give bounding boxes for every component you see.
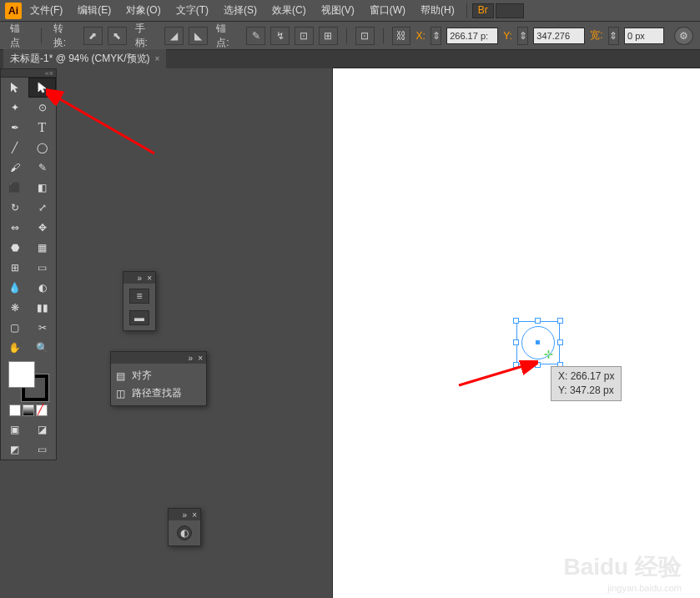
panel-close-icon[interactable]: × <box>192 510 197 520</box>
anchor-btn-3[interactable]: ⊡ <box>295 27 314 45</box>
fill-stroke-swatches[interactable] <box>8 361 48 401</box>
shape-builder-tool[interactable]: ⬣ <box>1 238 28 258</box>
blob-brush-tool[interactable]: ⬛ <box>1 178 28 198</box>
panel-header[interactable]: » × <box>123 272 155 284</box>
menu-object[interactable]: 对象(O) <box>119 3 167 18</box>
width-tool[interactable]: ⇔ <box>1 218 28 238</box>
anchor-btn-1[interactable]: ✎ <box>246 27 265 45</box>
panel-header[interactable]: » × <box>111 352 206 364</box>
transparency-panel-icon[interactable]: ◐ <box>177 525 192 540</box>
menu-help[interactable]: 帮助(H) <box>414 3 461 18</box>
align-panel-item[interactable]: ▤ 对齐 <box>111 367 206 384</box>
handle-top-left[interactable] <box>513 318 519 324</box>
w-stepper[interactable]: ⇕ <box>608 27 619 45</box>
document-tabs: 未标题-1* @ 94% (CMYK/预览) × <box>0 50 700 68</box>
screen-mode-button[interactable]: ▭ <box>28 440 56 460</box>
color-mode-none[interactable]: ╱ <box>36 405 48 416</box>
gradient-panel-icon[interactable]: ▬ <box>129 310 149 325</box>
artboard[interactable]: ⊹ <box>333 68 700 598</box>
separator <box>466 3 467 18</box>
artboard-tool[interactable]: ▢ <box>1 318 28 338</box>
bridge-icon[interactable]: Br <box>472 3 494 18</box>
eyedropper-tool[interactable]: 💧 <box>1 278 28 298</box>
handle-btn-1[interactable]: ◢ <box>164 27 184 45</box>
pen-tool[interactable]: ✒ <box>1 118 28 138</box>
pathfinder-panel-item[interactable]: ◫ 路径查找器 <box>111 384 206 402</box>
direct-selection-tool[interactable] <box>28 78 56 98</box>
ellipse-tool[interactable]: ◯ <box>28 138 56 158</box>
zoom-tool[interactable]: 🔍 <box>28 338 56 358</box>
handle-top[interactable] <box>535 318 541 324</box>
drawing-mode-behind[interactable]: ◪ <box>28 420 56 440</box>
menu-select[interactable]: 选择(S) <box>217 3 264 18</box>
line-tool[interactable]: ╱ <box>1 138 28 158</box>
anchor-btn-4[interactable]: ⊞ <box>319 27 338 45</box>
annotation-arrow-1 <box>46 87 163 162</box>
selected-object[interactable]: ⊹ <box>516 321 560 364</box>
stroke-panel-icon[interactable]: ≡ <box>129 289 149 304</box>
menu-file[interactable]: 文件(F) <box>23 3 69 18</box>
tool-grid: ✦ ⊙ ✒ T ╱ ◯ 🖌 ✎ ⬛ ◧ ↻ ⤢ ⇔ ✥ ⬣ ▦ ⊞ ▭ 💧 ◐ … <box>1 78 56 358</box>
panel-collapse-icon[interactable]: » <box>138 274 143 283</box>
rotate-tool[interactable]: ↻ <box>1 198 28 218</box>
handle-bottom-left[interactable] <box>513 362 519 368</box>
tab-close-icon[interactable]: × <box>155 54 160 63</box>
menu-type[interactable]: 文字(T) <box>169 3 215 18</box>
menu-edit[interactable]: 编辑(E) <box>71 3 118 18</box>
handle-right[interactable] <box>557 339 563 345</box>
selection-tool[interactable] <box>1 78 28 98</box>
smart-guide-indicator: ⊹ <box>544 348 553 360</box>
center-point <box>536 340 540 344</box>
isolate-button[interactable]: ⊡ <box>355 27 375 45</box>
menu-window[interactable]: 窗口(W) <box>363 3 412 18</box>
symbol-sprayer-tool[interactable]: ❋ <box>1 298 28 318</box>
pathfinder-icon: ◫ <box>116 388 125 400</box>
watermark-sub: jingyan.baidu.com <box>607 583 682 593</box>
drawing-mode-normal[interactable]: ▣ <box>1 420 28 440</box>
y-stepper[interactable]: ⇕ <box>517 27 528 45</box>
hand-tool[interactable]: ✋ <box>1 338 28 358</box>
blend-tool[interactable]: ◐ <box>28 278 56 298</box>
mesh-tool[interactable]: ⊞ <box>1 258 28 278</box>
convert-corner-button[interactable]: ⬈ <box>83 27 103 45</box>
x-stepper[interactable]: ⇕ <box>431 27 441 45</box>
pencil-tool[interactable]: ✎ <box>28 158 56 178</box>
handle-bottom[interactable] <box>535 362 541 368</box>
lasso-tool[interactable]: ⊙ <box>28 98 56 118</box>
w-input[interactable] <box>624 28 664 44</box>
column-graph-tool[interactable]: ▮▮ <box>28 298 56 318</box>
panel-header[interactable]: » × <box>169 509 200 520</box>
menu-view[interactable]: 视图(V) <box>315 3 361 18</box>
document-tab[interactable]: 未标题-1* @ 94% (CMYK/预览) × <box>3 48 166 68</box>
magic-wand-tool[interactable]: ✦ <box>1 98 28 118</box>
handle-left[interactable] <box>513 339 519 345</box>
separator <box>383 28 384 43</box>
paintbrush-tool[interactable]: 🖌 <box>1 158 28 178</box>
gear-icon[interactable]: ⚙ <box>674 27 693 45</box>
handle-btn-2[interactable]: ◣ <box>189 27 208 45</box>
panel-collapse-icon[interactable]: » <box>189 354 194 363</box>
anchor-btn-2[interactable]: ↯ <box>270 27 290 45</box>
x-input[interactable] <box>446 28 498 44</box>
y-input[interactable] <box>533 28 585 44</box>
slice-tool[interactable]: ✂ <box>28 318 56 338</box>
convert-smooth-button[interactable]: ⬉ <box>108 27 127 45</box>
link-icon[interactable]: ⛓ <box>392 27 411 45</box>
color-mode-gradient[interactable] <box>23 405 34 416</box>
perspective-tool[interactable]: ▦ <box>28 238 56 258</box>
type-tool[interactable]: T <box>28 118 56 138</box>
menu-effect[interactable]: 效果(C) <box>265 3 313 18</box>
arrange-icon[interactable] <box>496 3 524 18</box>
gradient-tool[interactable]: ▭ <box>28 258 56 278</box>
drawing-mode-inside[interactable]: ◩ <box>1 440 28 460</box>
fill-swatch[interactable] <box>8 361 35 388</box>
color-mode-solid[interactable] <box>9 405 21 416</box>
panel-collapse-icon[interactable]: » <box>183 510 188 520</box>
scale-tool[interactable]: ⤢ <box>28 198 56 218</box>
tools-close-icon[interactable]: × <box>49 69 53 78</box>
eraser-tool[interactable]: ◧ <box>28 178 56 198</box>
panel-close-icon[interactable]: × <box>147 274 152 283</box>
free-transform-tool[interactable]: ✥ <box>28 218 56 238</box>
panel-close-icon[interactable]: × <box>198 354 203 363</box>
handle-top-right[interactable] <box>557 318 563 324</box>
